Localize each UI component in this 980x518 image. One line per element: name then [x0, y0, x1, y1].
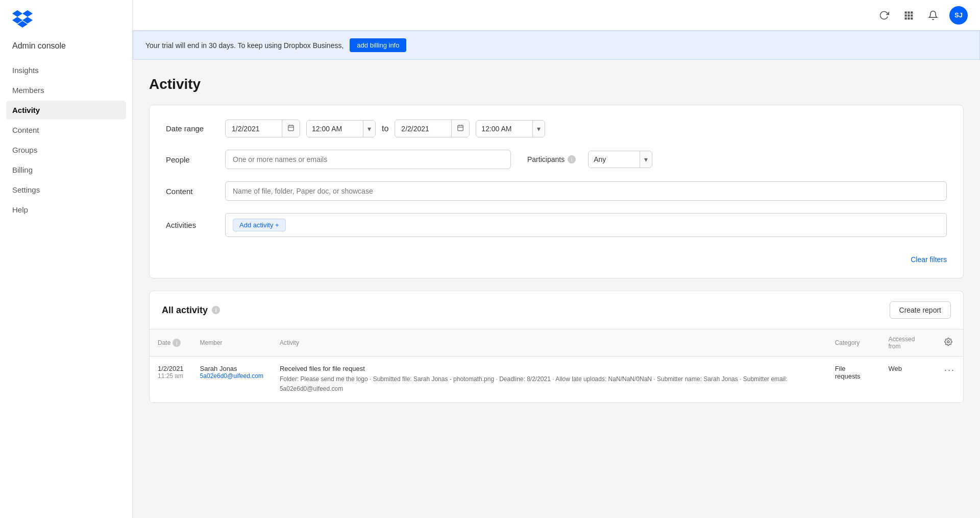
sidebar-item-help[interactable]: Help [6, 200, 126, 219]
activity-title: Received files for file request [280, 365, 819, 372]
people-input-wrapper [225, 150, 511, 169]
sidebar-item-members[interactable]: Members [6, 81, 126, 100]
people-input[interactable] [225, 150, 511, 169]
all-activity-info-icon[interactable]: i [212, 306, 220, 314]
sidebar: Admin console Insights Members Activity … [0, 0, 133, 518]
start-time-arrow-icon: ▾ [363, 121, 375, 137]
end-time-group: 12:00 AM 12:30 AM 1:00 AM ▾ [476, 120, 545, 137]
date-cell: 1/2/2021 11:25 am [150, 357, 192, 403]
sidebar-item-settings[interactable]: Settings [6, 180, 126, 199]
table-body: 1/2/2021 11:25 am Sarah Jonas 5a02e6d0@u… [150, 357, 963, 403]
date-header-info-icon[interactable]: i [173, 339, 181, 347]
people-label: People [166, 155, 217, 164]
sidebar-nav: Insights Members Activity Content Groups… [0, 61, 132, 220]
sidebar-item-activity[interactable]: Activity [6, 101, 126, 120]
member-cell: Sarah Jonas 5a02e6d0@uifeed.com [192, 357, 272, 403]
start-date-calendar-icon[interactable] [282, 120, 300, 137]
activities-input-wrapper: Add activity + [225, 213, 947, 237]
svg-rect-6 [905, 17, 907, 19]
page-title: Activity [149, 76, 964, 92]
table-row: 1/2/2021 11:25 am Sarah Jonas 5a02e6d0@u… [150, 357, 963, 403]
activity-section: All activity i Create report Date i [149, 291, 964, 403]
content-row: Content [166, 181, 947, 201]
row-time: 11:25 am [158, 372, 184, 380]
end-date-calendar-icon[interactable] [451, 120, 469, 137]
start-time-group: 12:00 AM 12:30 AM 1:00 AM ▾ [306, 120, 376, 137]
activities-label: Activities [166, 221, 217, 229]
avatar[interactable]: SJ [949, 6, 968, 25]
svg-rect-13 [458, 125, 463, 131]
svg-rect-2 [911, 11, 913, 13]
th-date: Date i [150, 329, 192, 357]
th-category: Category [827, 329, 880, 357]
th-member: Member [192, 329, 272, 357]
svg-rect-8 [911, 17, 913, 19]
notifications-icon[interactable] [925, 7, 941, 23]
member-name: Sarah Jonas [200, 365, 263, 372]
row-date: 1/2/2021 [158, 365, 184, 372]
table-settings-button[interactable] [944, 338, 952, 348]
activity-cell: Received files for file request Folder: … [272, 357, 827, 403]
accessed-from-cell: Web [880, 357, 936, 403]
svg-rect-7 [908, 17, 910, 19]
apps-icon[interactable] [900, 7, 917, 23]
add-billing-info-button[interactable]: add billing info [350, 38, 406, 52]
activity-detail: Folder: Please send me the logo · Submit… [280, 374, 819, 394]
member-email[interactable]: 5a02e6d0@uifeed.com [200, 372, 263, 380]
sidebar-item-billing[interactable]: Billing [6, 160, 126, 179]
end-date-input[interactable] [395, 121, 451, 137]
filter-card: Date range 12:00 AM [149, 105, 964, 278]
activity-section-header: All activity i Create report [150, 291, 963, 329]
to-label: to [382, 124, 388, 133]
svg-rect-9 [288, 125, 294, 131]
date-range-inputs: 12:00 AM 12:30 AM 1:00 AM ▾ to [225, 120, 545, 137]
content-area: Your trial will end in 30 days. To keep … [133, 31, 980, 518]
end-time-arrow-icon: ▾ [532, 121, 545, 137]
date-range-row: Date range 12:00 AM [166, 120, 947, 137]
svg-point-17 [947, 341, 949, 343]
sidebar-item-content[interactable]: Content [6, 121, 126, 139]
trial-banner-text: Your trial will end in 30 days. To keep … [145, 41, 344, 50]
sidebar-item-groups[interactable]: Groups [6, 140, 126, 159]
svg-rect-1 [908, 11, 910, 13]
content-input[interactable] [225, 181, 947, 201]
start-date-input[interactable] [226, 121, 282, 137]
row-more-cell: ··· [936, 357, 963, 403]
category-cell: File requests [827, 357, 880, 403]
participants-info-icon[interactable]: i [568, 155, 576, 163]
svg-rect-3 [905, 14, 907, 16]
th-settings [936, 329, 963, 357]
refresh-icon[interactable] [876, 7, 892, 23]
row-more-button[interactable]: ··· [944, 365, 955, 375]
page-content: Activity Date range [133, 60, 980, 278]
clear-filters-button[interactable]: Clear filters [911, 255, 947, 264]
activities-row: Activities Add activity + [166, 213, 947, 237]
end-date-group [395, 120, 470, 137]
th-activity: Activity [272, 329, 827, 357]
topbar: SJ [133, 0, 980, 31]
trial-banner: Your trial will end in 30 days. To keep … [133, 31, 980, 60]
participants-select-wrapper: Any Initiator Recipient ▾ [588, 151, 652, 168]
add-activity-button[interactable]: Add activity + [233, 219, 286, 231]
participants-select[interactable]: Any Initiator Recipient [589, 151, 640, 168]
svg-rect-4 [908, 14, 910, 16]
create-report-button[interactable]: Create report [890, 301, 951, 319]
svg-rect-0 [905, 11, 907, 13]
participants-label: Participants i [527, 155, 576, 163]
end-time-select[interactable]: 12:00 AM 12:30 AM 1:00 AM [476, 121, 532, 137]
sidebar-item-insights[interactable]: Insights [6, 61, 126, 80]
filter-actions: Clear filters [166, 249, 947, 264]
people-row: People Participants i Any Initiator [166, 150, 947, 169]
admin-console-label: Admin console [0, 39, 132, 61]
start-time-select[interactable]: 12:00 AM 12:30 AM 1:00 AM [307, 121, 363, 137]
activity-table: Date i Member Activity Category Accessed… [150, 329, 963, 403]
main-content: SJ Your trial will end in 30 days. To ke… [133, 0, 980, 518]
start-date-group [225, 120, 300, 137]
content-label: Content [166, 187, 217, 196]
table-header: Date i Member Activity Category Accessed… [150, 329, 963, 357]
activity-section-title: All activity i [162, 305, 220, 316]
svg-rect-5 [911, 14, 913, 16]
participants-arrow-icon: ▾ [640, 151, 652, 168]
th-accessed-from: Accessed from [880, 329, 936, 357]
dropbox-logo[interactable] [0, 0, 132, 39]
